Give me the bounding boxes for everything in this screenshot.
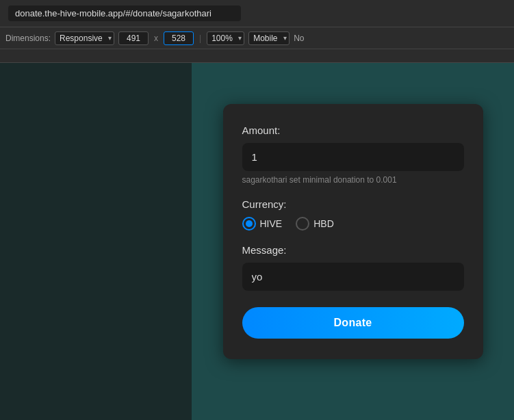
currency-options: HIVE HBD [242, 217, 464, 231]
message-input[interactable] [242, 263, 464, 291]
mobile-select[interactable]: Mobile [248, 31, 290, 45]
responsive-select[interactable]: Responsive [55, 31, 114, 45]
amount-input[interactable] [242, 143, 464, 171]
main-area: Amount: sagarkothari set minimal donatio… [0, 63, 514, 420]
amount-hint: sagarkothari set minimal donation to 0.0… [242, 175, 464, 185]
responsive-select-wrapper[interactable]: Responsive [55, 31, 114, 45]
currency-label: Currency: [242, 198, 464, 210]
hbd-label: HBD [313, 218, 334, 229]
ruler-ticks [0, 49, 514, 62]
devtools-toolbar: Dimensions: Responsive x | 100% Mobile N… [0, 27, 514, 49]
browser-chrome: donate.the-hive-mobile.app/#/donate/saga… [0, 0, 514, 27]
left-panel [0, 63, 192, 420]
donate-button[interactable]: Donate [242, 307, 464, 339]
hive-label: HIVE [260, 218, 283, 229]
amount-label: Amount: [242, 124, 464, 136]
width-input[interactable] [118, 31, 149, 45]
address-bar[interactable]: donate.the-hive-mobile.app/#/donate/saga… [8, 5, 241, 21]
separator-1: | [199, 34, 201, 43]
x-separator: x [153, 34, 159, 43]
hive-radio-button[interactable] [242, 217, 256, 231]
hbd-radio-button[interactable] [296, 217, 309, 231]
mobile-select-wrapper[interactable]: Mobile [248, 31, 290, 45]
amount-group: Amount: sagarkothari set minimal donatio… [242, 124, 464, 185]
right-content: Amount: sagarkothari set minimal donatio… [192, 63, 514, 420]
message-group: Message: [242, 244, 464, 291]
hbd-radio-option[interactable]: HBD [296, 217, 344, 231]
message-label: Message: [242, 244, 464, 256]
donate-card: Amount: sagarkothari set minimal donatio… [223, 104, 483, 359]
hive-radio-option[interactable]: HIVE [242, 217, 292, 231]
height-input[interactable] [164, 31, 194, 45]
dimensions-label: Dimensions: [5, 34, 51, 43]
zoom-select[interactable]: 100% [207, 31, 244, 45]
currency-group: Currency: HIVE HBD [242, 198, 464, 231]
no-label: No [294, 34, 304, 43]
ruler-area [0, 49, 514, 63]
zoom-select-wrapper[interactable]: 100% [207, 31, 244, 45]
